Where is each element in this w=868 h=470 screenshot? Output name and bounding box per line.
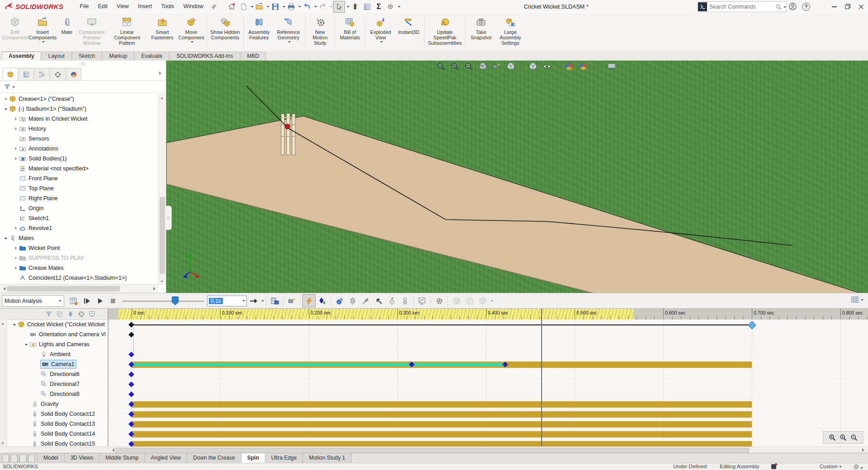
tree-item-revolve1[interactable]: Revolve1 [0,223,159,233]
playback-mode-icon[interactable] [247,294,260,307]
tree-item-crease[interactable]: Crease<1> ("Crease") [0,94,159,104]
help-icon[interactable]: ? [799,1,813,13]
update-speedpak-button[interactable]: Update SpeedPak Subassemblies [426,13,464,49]
tree-item-annotations[interactable]: Annotations [0,144,159,154]
motion-item-camera1[interactable]: Camera1 [7,359,108,369]
settings-gear-button[interactable] [385,1,396,12]
tab-property-manager[interactable] [19,68,34,80]
slider-thumb[interactable] [172,296,179,306]
take-snapshot-button[interactable]: Take Snapshot [467,13,495,49]
tab-sketch[interactable]: Sketch [72,52,102,61]
tree-item-mates-in-cricket-wicket[interactable]: Mates in Cricket Wicket [0,114,159,124]
filter-results-icon[interactable] [89,310,96,318]
tab-mbd[interactable]: MBD [241,52,266,61]
menu-edit[interactable]: Edit [94,0,113,13]
tree-horizontal-scrollbar[interactable] [0,284,159,293]
motion-item-lights-cameras[interactable]: Lights and Cameras [7,339,108,349]
tab-markup[interactable]: Markup [102,52,134,61]
mate-button[interactable]: Mate [57,13,77,49]
filter-icon[interactable] [4,83,11,90]
previous-view-icon[interactable] [464,61,474,71]
tab-solidworks-add-ins[interactable]: SOLIDWORKS Add-Ins [170,52,240,61]
show-hidden-components-button[interactable]: Show Hidden Components [208,13,242,49]
force-icon[interactable] [372,294,385,307]
motion-item-ambient[interactable]: Ambient [7,349,108,359]
tab-scroll-buttons[interactable] [0,453,38,463]
calculate-icon[interactable] [67,294,80,307]
timeline-tracks[interactable] [108,320,868,446]
tree-item-front-plane[interactable]: Front Plane [0,174,159,183]
print-dropdown[interactable] [298,6,301,9]
save-animation-icon[interactable] [268,294,281,307]
gravity-icon[interactable] [385,294,398,307]
edit-appearance-icon[interactable] [564,61,574,71]
tree-item-wicket-point[interactable]: Wicket Point [0,243,159,253]
menu-view[interactable]: View [112,0,133,13]
undo-dropdown[interactable] [314,6,317,9]
timeline-view-dropdown[interactable] [861,299,863,302]
tree-item-solid-bodies[interactable]: Solid Bodies(1) [0,154,159,164]
view-orientation-icon[interactable] [506,61,516,71]
timeline-zoom-fit-icon[interactable] [828,433,836,442]
timeline-position-slider[interactable] [122,295,204,307]
zoom-fit-icon[interactable] [436,61,446,71]
tab-ultra-edge[interactable]: Ultra Edge [265,453,303,463]
tree-item-right-plane[interactable]: Right Plane [0,193,159,203]
move-component-dropdown[interactable] [191,41,193,44]
insert-components-button[interactable]: Insert Components [28,13,57,49]
tree-item-coincident12[interactable]: Coincident12 (Crease<1>,Stadium<1>) [0,273,159,283]
tab-display-manager[interactable] [66,68,81,80]
exploded-view-dropdown[interactable] [380,41,383,44]
status-custom-dropdown[interactable]: Custom [820,464,842,469]
motion-study-properties-icon[interactable] [433,294,446,307]
tree-item-mates[interactable]: Mates [0,233,159,243]
equations-icon[interactable]: Σ [373,1,384,12]
save-dropdown[interactable] [283,6,285,9]
motion-item-contact13[interactable]: Solid Body Contact13 [7,419,108,429]
reference-geometry-dropdown[interactable] [288,41,291,44]
settings-dropdown[interactable] [398,6,401,9]
rebuild-button[interactable] [350,1,361,12]
pin-icon[interactable] [208,1,219,12]
damper-icon[interactable] [359,294,372,307]
motion-item-orientation[interactable]: Orientation and Camera Vi [7,329,108,339]
assembly-features-button[interactable]: Assembly Features [245,13,273,49]
tab-3d-views[interactable]: 3D Views [65,453,99,463]
tab-layout[interactable]: Layout [42,52,71,61]
panel-grip[interactable] [0,61,166,68]
print-button[interactable] [286,1,297,12]
tree-item-top-plane[interactable]: Top Plane [0,183,159,193]
tab-evaluate[interactable]: Evaluate [134,52,169,61]
playback-mode-dropdown[interactable] [261,300,264,303]
motion-item-gravity[interactable]: Gravity [7,399,108,409]
menu-tools[interactable]: Tools [156,0,179,13]
select-dropdown[interactable] [347,6,349,9]
instant3d-button[interactable]: Instant3D [395,13,423,49]
tab-feature-manager[interactable] [3,68,18,80]
tree-item-sketch1[interactable]: Sketch1 [0,213,159,223]
tab-angled-view[interactable]: Angled View [145,453,188,463]
minimize-button[interactable] [827,1,841,13]
open-button[interactable] [254,1,265,12]
tab-middle-stump[interactable]: Middle Stump [99,453,145,463]
motion-item-directional8[interactable]: Directional8 [7,389,108,399]
tree-item-material[interactable]: Material <not specified> [0,164,159,174]
hide-show-items-icon[interactable] [542,61,552,71]
filter-driving-icon[interactable] [67,310,74,318]
options-button[interactable] [362,1,373,12]
tab-assembly[interactable]: Assembly [2,52,41,61]
contact12-bar[interactable] [132,411,752,418]
menu-insert[interactable]: Insert [133,0,156,13]
motion-item-directional7[interactable]: Directional7 [7,379,108,389]
graphics-viewport[interactable] [166,61,868,293]
view-orientation-dropdown[interactable] [521,66,524,69]
motion-tree-scrollbar[interactable] [0,320,7,446]
status-resource-icon[interactable] [771,464,776,470]
account-icon[interactable] [786,1,799,13]
exploded-view-button[interactable]: Exploded View [367,13,395,49]
linear-component-pattern-button[interactable]: Linear Component Pattern [107,13,147,49]
tree-item-suppress-to-play[interactable]: SUPPRESS TO PLAY [0,253,159,263]
motion-item-directional6[interactable]: Directional6 [7,369,108,379]
panel-flyout-arrow[interactable] [159,71,163,75]
hide-show-dropdown[interactable] [557,66,560,69]
